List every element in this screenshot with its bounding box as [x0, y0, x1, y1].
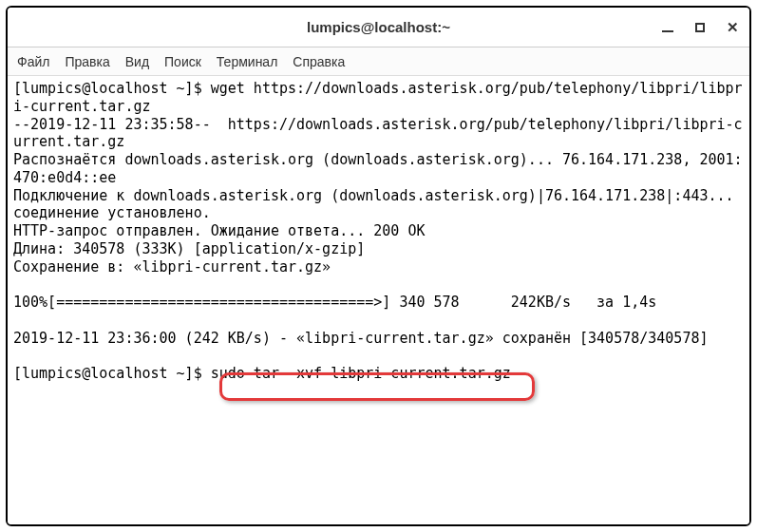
- terminal-line: Подключение к downloads.asterisk.org (do…: [13, 187, 743, 222]
- window-frame: lumpics@localhost:~ ✕ Файл Правка Вид По…: [6, 6, 751, 526]
- minimize-icon: [662, 30, 673, 32]
- terminal-line: --2019-12-11 23:35:58-- https://download…: [13, 116, 743, 151]
- terminal-line: Сохранение в: «libpri-current.tar.gz»: [13, 258, 331, 276]
- close-icon: ✕: [727, 19, 739, 36]
- close-button[interactable]: ✕: [725, 20, 740, 35]
- menu-view[interactable]: Вид: [125, 54, 149, 69]
- window-controls: ✕: [660, 20, 740, 35]
- menu-search[interactable]: Поиск: [164, 54, 201, 69]
- window-title: lumpics@localhost:~: [307, 19, 450, 35]
- menu-terminal[interactable]: Терминал: [217, 54, 277, 69]
- terminal-line: [lumpics@localhost ~]$ sudo tar -xvf lib…: [13, 365, 511, 382]
- terminal-line: Распознаётся downloads.asterisk.org (dow…: [13, 151, 743, 186]
- minimize-button[interactable]: [660, 20, 675, 35]
- menu-edit[interactable]: Правка: [65, 54, 109, 69]
- terminal-line: 2019-12-11 23:36:00 (242 KB/s) - «libpri…: [13, 330, 709, 347]
- terminal-line: HTTP-запрос отправлен. Ожидание ответа..…: [13, 222, 425, 239]
- menu-help[interactable]: Справка: [293, 54, 345, 69]
- maximize-button[interactable]: [692, 20, 708, 35]
- terminal-line: 100%[===================================…: [13, 294, 656, 311]
- terminal-area[interactable]: [lumpics@localhost ~]$ wget https://down…: [8, 76, 749, 524]
- maximize-icon: [695, 23, 705, 32]
- menu-bar: Файл Правка Вид Поиск Терминал Справка: [8, 48, 749, 76]
- terminal-line: Длина: 340578 (333K) [application/x-gzip…: [13, 240, 365, 257]
- title-bar: lumpics@localhost:~ ✕: [8, 8, 749, 48]
- menu-file[interactable]: Файл: [17, 54, 49, 69]
- terminal-line: [lumpics@localhost ~]$ wget https://down…: [13, 80, 743, 115]
